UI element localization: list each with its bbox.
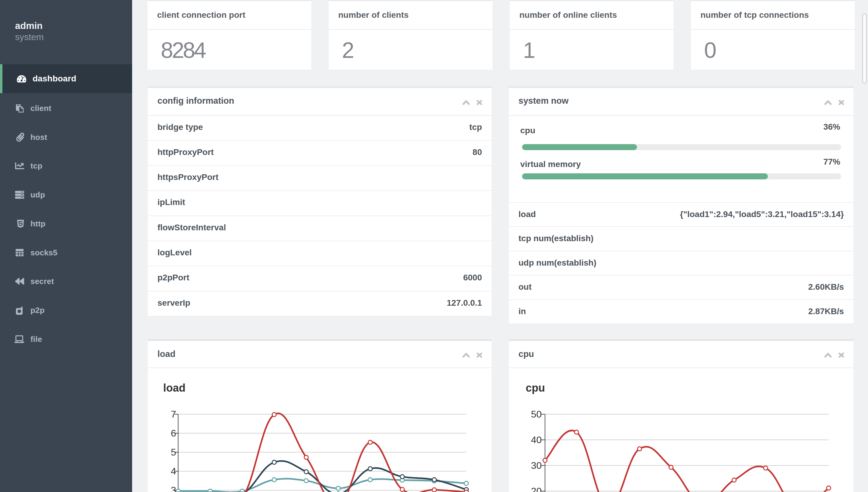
svg-text:7: 7	[171, 409, 176, 420]
svg-text:50: 50	[531, 409, 542, 420]
svg-text:30: 30	[531, 460, 542, 471]
svg-text:40: 40	[531, 435, 542, 445]
svg-text:5: 5	[171, 447, 176, 458]
svg-text:6: 6	[171, 428, 176, 439]
svg-text:4: 4	[171, 466, 176, 476]
svg-text:20: 20	[531, 486, 542, 492]
svg-text:3: 3	[171, 485, 176, 492]
